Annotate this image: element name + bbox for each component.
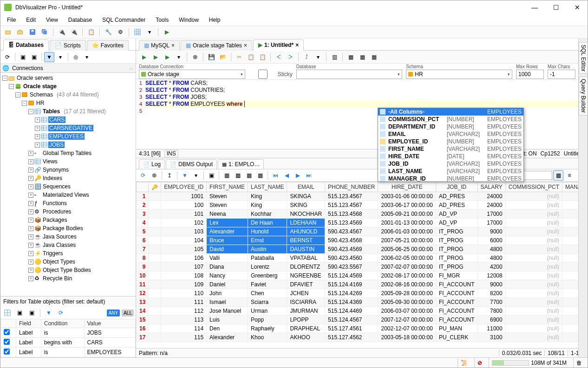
filter-any-badge[interactable]: ANY (107, 310, 120, 316)
tree-folder[interactable]: +🟡Object Types (0, 258, 136, 266)
minimize-button[interactable]: — (528, 3, 541, 12)
grid-row[interactable]: 10108NancyGreenbergNGREENBE515.124.45692… (137, 271, 588, 280)
autocomplete-item[interactable]: MANAGER_ID[NUMBER]EMPLOYEES (378, 175, 523, 182)
execute-dropdown-icon[interactable]: ▾ (174, 52, 184, 62)
autocomplete-item[interactable]: HIRE_DATE[DATE]EMPLOYEES (378, 153, 523, 160)
menu-tools[interactable]: Tools (151, 15, 173, 25)
grid-row[interactable]: 4102LexDe HaanLDEHAAN515.123.45692001-01… (137, 219, 588, 227)
grid-row[interactable]: 6104BruceErnstBERNST590.423.45682007-05-… (137, 236, 588, 245)
target-dropdown-icon[interactable]: ▾ (82, 52, 92, 62)
view1-icon[interactable]: ▥ (329, 52, 340, 62)
result-prev-icon[interactable]: ◀ (281, 170, 292, 181)
menu-view[interactable]: View (41, 15, 63, 25)
tree-folder[interactable]: +📦Packages (0, 216, 136, 224)
tree-table[interactable]: +CARSNEGATIVE (0, 124, 136, 132)
grid-row[interactable]: 13111IsmaelSciarraISCIARRA515.124.436920… (137, 298, 588, 307)
grid-row[interactable]: 11109DanielFavietDFAVIET515.124.41692002… (137, 280, 588, 289)
result-next-icon[interactable]: ▶ (293, 170, 303, 181)
result-tab[interactable]: 📄Log (139, 159, 165, 169)
result-last-icon[interactable]: ⏭ (304, 170, 314, 181)
grid-header[interactable]: FIRST_NAME (207, 182, 248, 192)
tree-folder[interactable]: +▫Global Temp Tables (0, 149, 136, 157)
grid-row[interactable]: 16114DenRaphaelyDRAPHEAL515.127.45612002… (137, 324, 588, 333)
grid-row[interactable]: 11001StevenKingSKINGA515.123.45672003-01… (137, 192, 588, 201)
menu-file[interactable]: File (2, 15, 20, 25)
menu-help[interactable]: Help (204, 15, 225, 25)
tree-folder[interactable]: +ƒFunctions (0, 199, 136, 207)
result-grid4-icon[interactable]: ▦ (255, 170, 265, 181)
tree-folder[interactable]: +☕Java Sources (0, 232, 136, 241)
filter-refresh-icon[interactable]: ⟳ (56, 308, 66, 318)
new-folder-icon[interactable] (3, 27, 13, 37)
result-view-text-icon[interactable]: ≡ (564, 170, 575, 181)
filter-del2-icon[interactable]: ▣ (26, 308, 37, 318)
filter-grid-icon[interactable] (2, 308, 13, 318)
tree-folder[interactable]: +⚙Procedures (0, 207, 136, 216)
menu-edit[interactable]: Edit (21, 15, 40, 25)
tree-schema[interactable]: −HR (0, 99, 136, 107)
result-up-icon[interactable]: ↥ (164, 170, 175, 181)
plug-connect-icon[interactable]: 🔌 (57, 27, 67, 37)
result-tab[interactable]: ▦1: EMPLO… (218, 159, 264, 169)
autocomplete-item[interactable]: LAST_NAME[VARCHAR2]EMPLOYEES (378, 168, 523, 175)
database-combo[interactable]: ▾ (296, 70, 403, 79)
tree-folder[interactable]: +🔗Synonyms (0, 166, 136, 174)
share-icon[interactable]: ⤴ (301, 52, 312, 62)
tree-root[interactable]: −Oracle servers (0, 74, 136, 82)
save-all-icon[interactable] (39, 27, 50, 37)
grid-icon[interactable] (132, 27, 143, 37)
grid-row[interactable]: 7105DavidAustinDAUSTIN590.423.45692005-0… (137, 245, 588, 254)
close-tab-icon[interactable]: × (244, 42, 247, 49)
settings-icon[interactable]: ⚙ (115, 27, 125, 37)
max-chars-input[interactable] (548, 70, 575, 79)
autocomplete-item[interactable]: COMMISSION_PCT[NUMBER]EMPLOYEES (378, 116, 523, 123)
filter-checkbox[interactable] (4, 349, 10, 355)
prev-icon[interactable]: ᐸ (274, 52, 284, 62)
tree-folder[interactable]: +☕Java Classes (0, 241, 136, 249)
result-view-grid-icon[interactable]: ▦ (553, 170, 563, 181)
layout3-icon[interactable]: ▦ (369, 52, 379, 62)
grid-header[interactable]: HIRE_DATE (378, 182, 436, 192)
autocomplete-item[interactable]: -All Columns-EMPLOYEES (378, 108, 523, 116)
next-icon[interactable]: ᐳ (285, 52, 295, 62)
filter-table[interactable]: FieldConditionValueLabelisJOBSLabelbegin… (0, 319, 136, 357)
result-filter-drop-icon[interactable]: ▾ (191, 170, 201, 181)
execute-explain-icon[interactable]: ▶ (162, 52, 172, 62)
result-grid1-icon[interactable]: ▦ (222, 170, 232, 181)
menu-database[interactable]: Database (64, 15, 97, 25)
tree-schemas[interactable]: −Schemas(43 of 44 filtered) (0, 90, 136, 99)
stop-icon[interactable]: ⬢ (190, 52, 200, 62)
tree-tables-folder[interactable]: −Tables(17 of 21 filtered) (0, 107, 136, 116)
grid-row[interactable]: 17115AlexanderKhooAKHOO515.127.45622003-… (137, 333, 588, 342)
grid-row[interactable]: 3101NeenaKochharNKOCHHAR515.123.45682005… (137, 210, 588, 219)
tree-folder[interactable]: +⚡Triggers (0, 249, 136, 258)
grid-header[interactable]: EMAIL (287, 182, 325, 192)
paste-icon[interactable]: 📋 (257, 52, 268, 62)
menu-window[interactable]: Window (174, 15, 203, 25)
execute-current-icon[interactable]: ▶ (150, 52, 161, 62)
share-dropdown-icon[interactable]: ▾ (313, 52, 323, 62)
layout1-icon[interactable]: ▦ (346, 52, 356, 62)
query-builder-side-tab[interactable]: Query Builder (579, 77, 588, 115)
run-icon[interactable]: ▶ (162, 27, 172, 37)
result-filter-icon[interactable]: ▼ (180, 170, 190, 181)
status-trash-icon[interactable]: 🗑 (573, 358, 585, 368)
refresh-icon[interactable]: ⟳ (2, 52, 13, 62)
filter-checkbox[interactable] (4, 339, 10, 345)
filter-funnel-icon[interactable]: ▼ (44, 308, 54, 318)
result-grid-wrap[interactable]: 🔑EMPLOYEE_IDFIRST_NAMELAST_NAMEEMAILPHON… (136, 181, 588, 348)
collapse-icon[interactable]: ▣ (18, 52, 28, 62)
open-folder-icon[interactable] (15, 27, 26, 37)
menu-sql-commander[interactable]: SQL Commander (98, 15, 150, 25)
maximize-button[interactable]: ☐ (549, 3, 562, 12)
close-tab-icon[interactable]: × (295, 42, 299, 48)
layout2-icon[interactable]: ▦ (357, 52, 367, 62)
filter-all-badge[interactable]: ALL (122, 310, 134, 316)
grid-dropdown-icon[interactable]: ▾ (144, 27, 155, 37)
max-rows-input[interactable] (516, 70, 544, 79)
tree-folder[interactable]: +📦Package Bodies (0, 224, 136, 232)
filter-row[interactable]: LabelisJOBS (1, 328, 136, 338)
open-sql-icon[interactable]: 📂 (218, 52, 228, 62)
sql-editor-side-tab[interactable]: SQL Editor (579, 42, 588, 74)
status-icon-scroll[interactable]: 📜 (457, 358, 470, 368)
